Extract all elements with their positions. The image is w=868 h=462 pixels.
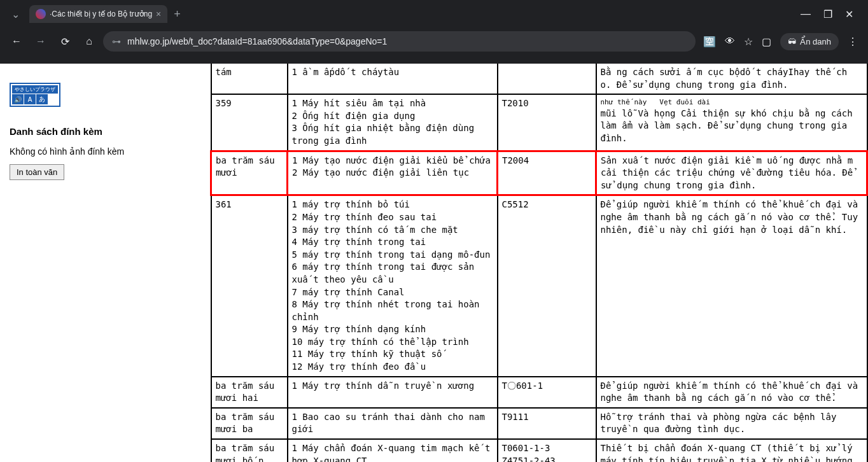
row-id: 359 bbox=[211, 94, 288, 151]
row-code: T9111 bbox=[498, 408, 596, 439]
sidebar-heading: Danh sách đính kèm bbox=[10, 126, 200, 137]
minimize-icon[interactable]: — bbox=[801, 8, 811, 20]
tab-close-icon[interactable]: × bbox=[156, 9, 161, 19]
content-area: やさしいブラウザ 🔊 A あ Danh sách đính kèm Không … bbox=[0, 64, 868, 462]
row-name: 1 Máy chẩn đoán X-quang tim mạch kế t hợ… bbox=[288, 439, 498, 462]
row-description: Bằ ng cách sưởi ấ m cục bộdố t cháyIhay … bbox=[596, 64, 867, 94]
incognito-icon: 🕶 bbox=[788, 37, 796, 46]
row-description: Thiế t bị chẩn đoán X-quang CT (thiế t b… bbox=[596, 439, 867, 462]
eye-off-icon[interactable]: 👁 bbox=[725, 36, 735, 47]
jp-icon: あ bbox=[36, 94, 48, 104]
table-row: 3591 Máy hít siêu âm tại nhà 2 Ống hít đ… bbox=[211, 94, 867, 151]
new-tab-button[interactable]: + bbox=[167, 5, 187, 24]
row-id: ba trăm sáu mươi bbox=[211, 151, 288, 195]
row-name: 1 Máy hít siêu âm tại nhà 2 Ống hít điện… bbox=[288, 94, 498, 151]
row-name: 1 Máy tạo nước điện giải kiểu bể chứa 2 … bbox=[288, 151, 498, 195]
row-code: T2010 bbox=[498, 94, 596, 151]
row-name: 1 máy trợ thính bỏ túi 2 Máy trợ thính đ… bbox=[288, 195, 498, 377]
row-code: T0601-1-3 Z4751-2-43 Z4751-2-44 bbox=[498, 439, 596, 462]
row-description: Để giúp người khiế m thính có thể khuế c… bbox=[596, 195, 867, 377]
row-code: T〇601-1 bbox=[498, 377, 596, 408]
address-bar: ← → ⟳ ⌂ ⊶ mhlw.go.jp/web/t_doc?dataId=81… bbox=[0, 25, 868, 57]
row-id: 361 bbox=[211, 195, 288, 377]
table-row: ba trăm sáu mươi hai1 Máy trợ thính dẫ n… bbox=[211, 377, 867, 408]
text-icon: A bbox=[24, 94, 36, 104]
tab-list-dropdown[interactable]: ⌄ bbox=[5, 8, 26, 20]
back-button[interactable]: ← bbox=[6, 32, 27, 51]
row-description: Sản xuấ t nước điện giải kiề m uố ng đượ… bbox=[596, 151, 867, 195]
forward-button[interactable]: → bbox=[31, 32, 51, 51]
audio-icon: 🔊 bbox=[12, 94, 24, 104]
incognito-badge[interactable]: 🕶 Ẩn danh bbox=[780, 33, 839, 50]
maximize-icon[interactable]: ❐ bbox=[823, 8, 832, 20]
row-name: 1 Bao cao su tránh thai dành cho nam giớ… bbox=[288, 408, 498, 439]
badge-label: やさしいブラウザ bbox=[12, 85, 58, 94]
row-name: 1 Máy trợ thính dẫ n truyề n xương bbox=[288, 377, 498, 408]
print-button[interactable]: In toàn văn bbox=[10, 164, 64, 180]
data-table: tám1 ầ m ấpdố t cháytàuBằ ng cách sưởi ấ… bbox=[210, 64, 868, 462]
sidebar-no-attachments: Không có hình ảnh đính kèm bbox=[10, 146, 200, 157]
row-name: 1 ầ m ấpdố t cháytàu bbox=[288, 64, 498, 94]
row-code: C5512 bbox=[498, 195, 596, 377]
translate-icon[interactable]: 🈳 bbox=[703, 36, 716, 48]
row-id: ba trăm sáu mươi bố n bbox=[211, 439, 288, 462]
table-row: ba trăm sáu mươi1 Máy tạo nước điện giải… bbox=[211, 151, 867, 195]
table-row: ba trăm sáu mươi bố n1 Máy chẩn đoán X-q… bbox=[211, 439, 867, 462]
table-row: ba trăm sáu mươi ba1 Bao cao su tránh th… bbox=[211, 408, 867, 439]
row-code: T2004 bbox=[498, 151, 596, 195]
menu-icon[interactable]: ⋮ bbox=[848, 36, 858, 48]
close-icon[interactable]: ✕ bbox=[845, 8, 853, 20]
tab-bar: ⌄ ·Các thiết bị y tế do Bộ trưởng × + — … bbox=[0, 0, 868, 25]
incognito-label: Ẩn danh bbox=[800, 37, 831, 46]
accessibility-badge[interactable]: やさしいブラウザ 🔊 A あ bbox=[10, 83, 60, 107]
window-controls: — ❐ ✕ bbox=[801, 8, 863, 20]
row-id: ba trăm sáu mươi hai bbox=[211, 377, 288, 408]
home-button[interactable]: ⌂ bbox=[79, 32, 99, 51]
bookmark-icon[interactable]: ☆ bbox=[744, 36, 753, 48]
row-id: ba trăm sáu mươi ba bbox=[211, 408, 288, 439]
row-description: Hỗ trợ tránh thai và phòng ngừa các bệnh… bbox=[596, 408, 867, 439]
tab-title: ·Các thiết bị y tế do Bộ trưởng bbox=[50, 10, 152, 18]
site-info-icon[interactable]: ⊶ bbox=[112, 36, 121, 46]
desc-annotation: như thế nàyVẹt đuôi dài bbox=[601, 97, 863, 107]
url-text: mhlw.go.jp/web/t_doc?dataId=81aa6906&dat… bbox=[127, 36, 387, 46]
url-bar[interactable]: ⊶ mhlw.go.jp/web/t_doc?dataId=81aa6906&d… bbox=[103, 31, 696, 52]
tab-favicon bbox=[36, 9, 46, 19]
main-content[interactable]: tám1 ầ m ấpdố t cháytàuBằ ng cách sưởi ấ… bbox=[210, 64, 868, 462]
row-description: Để giúp người khiế m thính có thể khuế c… bbox=[596, 377, 867, 408]
table-row: 3611 máy trợ thính bỏ túi 2 Máy trợ thín… bbox=[211, 195, 867, 377]
reload-button[interactable]: ⟳ bbox=[55, 32, 75, 52]
table-row: tám1 ầ m ấpdố t cháytàuBằ ng cách sưởi ấ… bbox=[211, 64, 867, 94]
row-id: tám bbox=[211, 64, 288, 94]
browser-chrome: ⌄ ·Các thiết bị y tế do Bộ trưởng × + — … bbox=[0, 0, 868, 64]
sidebar: やさしいブラウザ 🔊 A あ Danh sách đính kèm Không … bbox=[0, 64, 210, 462]
row-description: như thế nàyVẹt đuôi dàimũi lỗ Và họng Cả… bbox=[596, 94, 867, 151]
toolbar-right: 🈳 👁 ☆ ▢ 🕶 Ẩn danh ⋮ bbox=[699, 33, 862, 50]
side-panel-icon[interactable]: ▢ bbox=[762, 36, 771, 48]
row-code bbox=[498, 64, 596, 94]
browser-tab[interactable]: ·Các thiết bị y tế do Bộ trưởng × bbox=[29, 5, 167, 23]
